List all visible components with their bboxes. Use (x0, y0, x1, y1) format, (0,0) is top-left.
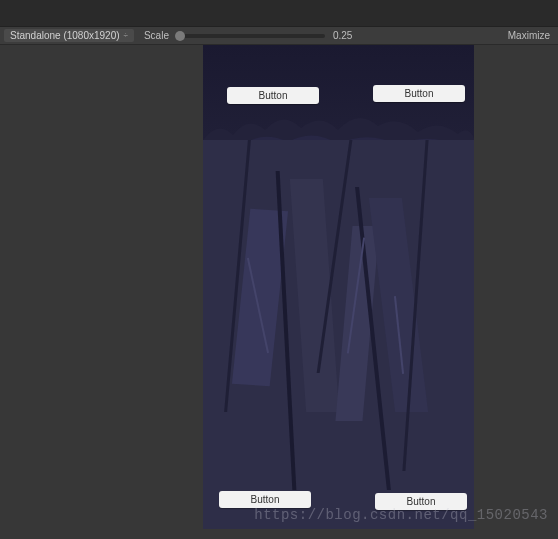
rock-wall-background (203, 140, 474, 529)
ui-button-top-right[interactable]: Button (373, 85, 465, 102)
resolution-dropdown[interactable]: Standalone (1080x1920) ÷ (4, 29, 134, 42)
maximize-button[interactable]: Maximize (504, 29, 554, 42)
scale-slider-thumb[interactable] (175, 31, 185, 41)
game-view-toolbar: Standalone (1080x1920) ÷ Scale 0.25 Maxi… (0, 27, 558, 45)
scale-label: Scale (144, 30, 169, 41)
scale-slider[interactable] (175, 34, 325, 38)
ui-button-top-left[interactable]: Button (227, 87, 319, 104)
ui-button-bottom-right[interactable]: Button (375, 493, 467, 510)
ui-button-bottom-left[interactable]: Button (219, 491, 311, 508)
dropdown-arrow-icon: ÷ (124, 31, 128, 40)
editor-top-strip (0, 0, 558, 27)
scale-value: 0.25 (333, 30, 352, 41)
game-viewport: Button Button Button Button (203, 45, 474, 529)
resolution-label: Standalone (1080x1920) (10, 30, 120, 41)
